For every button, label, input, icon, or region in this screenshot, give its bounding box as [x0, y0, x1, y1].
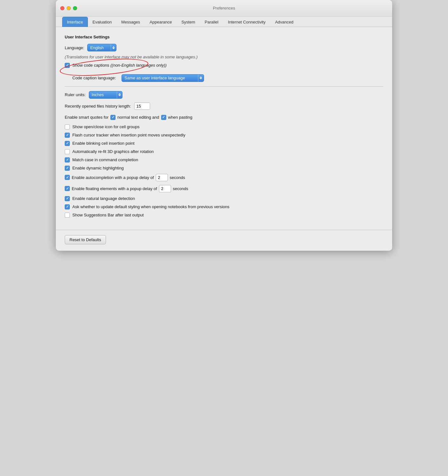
checkbox-auto-refit: Automatically re‑fit 3D graphics after r… [65, 149, 383, 154]
floating-row: Enable floating elements with a popup de… [65, 185, 383, 192]
show-code-captions-label: Show code captions ((non‑English languag… [72, 63, 167, 68]
natural-language-checkbox[interactable] [65, 196, 70, 201]
language-select-wrapper[interactable]: English German French Spanish Japanese C… [87, 44, 116, 51]
content-area: User Interface Settings Language: Englis… [56, 27, 392, 230]
tab-interface[interactable]: Interface [62, 17, 88, 27]
smart-quotes-prefix: Enable smart quotes for [65, 115, 109, 120]
arrow-down-icon [112, 48, 115, 49]
code-caption-language-label: Code caption language: [72, 76, 116, 80]
natural-language-label: Enable natural language detection [72, 196, 135, 201]
divider-1 [65, 86, 383, 87]
tab-evaluation[interactable]: Evaluation [88, 17, 117, 27]
ruler-units-arrows [117, 91, 122, 98]
flash-cursor-checkbox[interactable] [65, 133, 70, 138]
tab-system[interactable]: System [177, 17, 200, 27]
tab-appearance[interactable]: Appearance [145, 17, 177, 27]
checkbox-dynamic-highlighting: Enable dynamic highlighting [65, 166, 383, 171]
tab-parallel[interactable]: Parallel [200, 17, 223, 27]
autocompletion-prefix: Enable autocompletion with a popup delay… [72, 175, 154, 180]
close-button[interactable] [60, 6, 64, 10]
language-select[interactable]: English German French Spanish Japanese C… [88, 45, 111, 51]
maximize-button[interactable] [73, 6, 77, 10]
section-title: User Interface Settings [65, 35, 383, 39]
smart-quotes-row: Enable smart quotes for normal text edit… [65, 115, 383, 120]
blinking-cell-label: Enable blinking cell insertion point [72, 141, 135, 146]
smart-quotes-paste-label: when pasting [168, 115, 193, 120]
tab-bar: Interface Evaluation Messages Appearance… [56, 17, 392, 27]
history-length-row: Recently opened files history length: 15 [65, 102, 383, 110]
language-row: Language: English German French Spanish … [65, 44, 383, 51]
match-case-label: Match case in command completion [72, 157, 138, 162]
update-styling-checkbox[interactable] [65, 204, 70, 209]
ruler-units-select-wrapper[interactable]: Inches Centimeters Points Picas [89, 91, 122, 99]
match-case-checkbox[interactable] [65, 157, 70, 162]
ruler-units-row: Ruler units: Inches Centimeters Points P… [65, 91, 383, 99]
window-title: Preferences [213, 6, 235, 10]
blinking-cell-checkbox[interactable] [65, 141, 70, 146]
checkbox-natural-language: Enable natural language detection [65, 196, 383, 201]
smart-quotes-paste-checkbox[interactable] [161, 115, 166, 120]
window-controls [60, 6, 77, 10]
titlebar: Preferences [56, 0, 392, 17]
translation-note: (Translations for user interface may not… [65, 55, 383, 59]
flash-cursor-label: Flash cursor tracker when insertion poin… [72, 133, 185, 137]
checkbox-suggestions-bar: Show Suggestions Bar after last output [65, 213, 383, 218]
show-code-captions-checkbox[interactable] [65, 63, 70, 68]
preferences-window: Preferences Interface Evaluation Message… [56, 0, 392, 251]
show-open-close-label: Show open/close icon for cell groups [72, 124, 140, 129]
history-length-label: Recently opened files history length: [65, 104, 131, 109]
tab-advanced[interactable]: Advanced [270, 17, 298, 27]
arrow-up-icon [112, 46, 115, 48]
show-code-captions-container: Show code captions ((non‑English languag… [65, 63, 167, 71]
footer: Reset to Defaults [56, 230, 392, 251]
language-select-arrows [111, 44, 116, 51]
smart-quotes-normal-checkbox[interactable] [110, 115, 115, 120]
history-length-input[interactable]: 15 [134, 102, 150, 110]
autocompletion-row: Enable autocompletion with a popup delay… [65, 174, 383, 181]
caption-language-select-wrapper[interactable]: Same as user interface language English … [122, 74, 204, 82]
auto-refit-checkbox[interactable] [65, 149, 70, 154]
floating-prefix: Enable floating elements with a popup de… [72, 186, 157, 191]
smart-quotes-normal-label: normal text editing and [117, 115, 159, 120]
floating-suffix: seconds [173, 186, 188, 191]
show-code-captions-row: Show code captions ((non‑English languag… [65, 63, 167, 68]
checkbox-update-styling: Ask whether to update default styling wh… [65, 204, 383, 209]
auto-refit-label: Automatically re‑fit 3D graphics after r… [72, 149, 154, 154]
ruler-units-label: Ruler units: [65, 92, 86, 97]
autocompletion-suffix: seconds [170, 175, 185, 180]
suggestions-bar-label: Show Suggestions Bar after last output [72, 213, 144, 217]
caption-arrow-down-icon [200, 78, 202, 79]
caption-language-row: Code caption language: Same as user inte… [72, 74, 383, 82]
suggestions-bar-checkbox[interactable] [65, 213, 70, 218]
checkbox-show-open-close: Show open/close icon for cell groups [65, 124, 383, 129]
checkbox-match-case: Match case in command completion [65, 157, 383, 162]
language-label: Language: [65, 45, 84, 50]
autocompletion-value-input[interactable]: 2 [156, 174, 168, 181]
tab-internet-connectivity[interactable]: Internet Connectivity [223, 17, 270, 27]
ruler-units-select[interactable]: Inches Centimeters Points Picas [89, 92, 117, 98]
update-styling-label: Ask whether to update default styling wh… [72, 204, 229, 209]
ruler-arrow-down-icon [118, 95, 121, 96]
ruler-arrow-up-icon [118, 93, 121, 95]
floating-checkbox[interactable] [65, 186, 70, 191]
show-open-close-checkbox[interactable] [65, 124, 70, 129]
caption-language-select[interactable]: Same as user interface language English … [122, 75, 198, 81]
caption-arrow-up-icon [200, 76, 202, 78]
caption-language-arrows [198, 75, 203, 82]
checkbox-blinking-cell: Enable blinking cell insertion point [65, 141, 383, 146]
tab-messages[interactable]: Messages [116, 17, 145, 27]
reset-button[interactable]: Reset to Defaults [65, 235, 106, 244]
minimize-button[interactable] [67, 6, 71, 10]
floating-value-input[interactable]: 2 [159, 185, 171, 192]
dynamic-highlighting-label: Enable dynamic highlighting [72, 166, 124, 170]
autocompletion-checkbox[interactable] [65, 175, 70, 180]
checkbox-flash-cursor: Flash cursor tracker when insertion poin… [65, 133, 383, 138]
dynamic-highlighting-checkbox[interactable] [65, 166, 70, 171]
